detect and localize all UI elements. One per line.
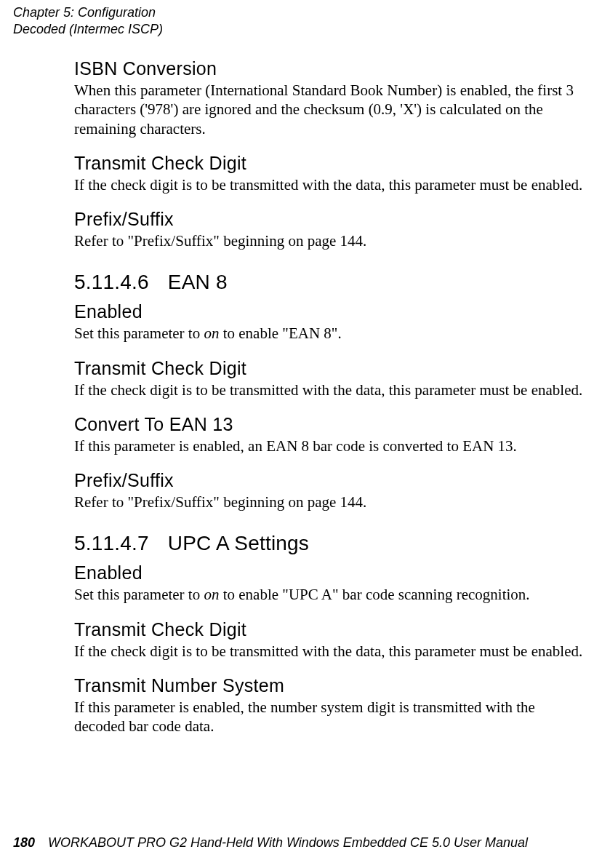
para-isbn-conversion: When this parameter (International Stand… [74, 81, 589, 138]
heading-upca: 5.11.4.7UPC A Settings [74, 532, 589, 555]
page: Chapter 5: Configuration Decoded (Interm… [0, 0, 602, 868]
text: to enable "EAN 8". [219, 324, 341, 342]
heading-title: UPC A Settings [168, 532, 309, 554]
para-convert-to-ean13: If this parameter is enabled, an EAN 8 b… [74, 437, 589, 455]
running-header: Chapter 5: Configuration Decoded (Interm… [13, 4, 163, 37]
para-transmit-check-digit-ean8: If the check digit is to be transmitted … [74, 381, 589, 399]
para-prefix-suffix: Refer to "Prefix/Suffix" beginning on pa… [74, 231, 589, 250]
para-enabled-upca: Set this parameter to on to enable "UPC … [74, 585, 589, 604]
para-transmit-check-digit-upca: If the check digit is to be transmitted … [74, 642, 589, 661]
heading-transmit-check-digit-upca: Transmit Check Digit [74, 619, 589, 640]
emphasis-on: on [204, 324, 219, 342]
heading-transmit-check-digit: Transmit Check Digit [74, 153, 589, 174]
running-footer: 180WORKABOUT PRO G2 Hand-Held With Windo… [13, 835, 528, 851]
heading-transmit-number-system: Transmit Number System [74, 675, 589, 696]
heading-convert-to-ean13: Convert To EAN 13 [74, 414, 589, 435]
header-chapter: Chapter 5: Configuration [13, 4, 163, 21]
para-enabled-ean8: Set this parameter to on to enable "EAN … [74, 324, 589, 343]
heading-prefix-suffix: Prefix/Suffix [74, 209, 589, 230]
text: Set this parameter to [74, 324, 204, 342]
text: Set this parameter to [74, 586, 204, 603]
heading-prefix-suffix-ean8: Prefix/Suffix [74, 470, 589, 491]
heading-transmit-check-digit-ean8: Transmit Check Digit [74, 358, 589, 379]
heading-enabled-upca: Enabled [74, 562, 589, 584]
para-transmit-check-digit: If the check digit is to be transmitted … [74, 175, 589, 194]
emphasis-on: on [204, 586, 219, 603]
text: to enable "UPC A" bar code scanning reco… [219, 586, 529, 603]
heading-ean8: 5.11.4.6EAN 8 [74, 271, 589, 294]
para-prefix-suffix-ean8: Refer to "Prefix/Suffix" beginning on pa… [74, 493, 589, 511]
heading-enabled-ean8: Enabled [74, 301, 589, 322]
header-section: Decoded (Intermec ISCP) [13, 21, 163, 38]
heading-title: EAN 8 [168, 271, 228, 293]
heading-isbn-conversion: ISBN Conversion [74, 58, 589, 79]
footer-title: WORKABOUT PRO G2 Hand-Held With Windows … [48, 835, 528, 850]
page-content: ISBN Conversion When this parameter (Int… [74, 58, 589, 750]
para-transmit-number-system: If this parameter is enabled, the number… [74, 698, 589, 736]
page-number: 180 [13, 835, 35, 850]
heading-number: 5.11.4.7 [74, 532, 149, 555]
heading-number: 5.11.4.6 [74, 271, 149, 294]
